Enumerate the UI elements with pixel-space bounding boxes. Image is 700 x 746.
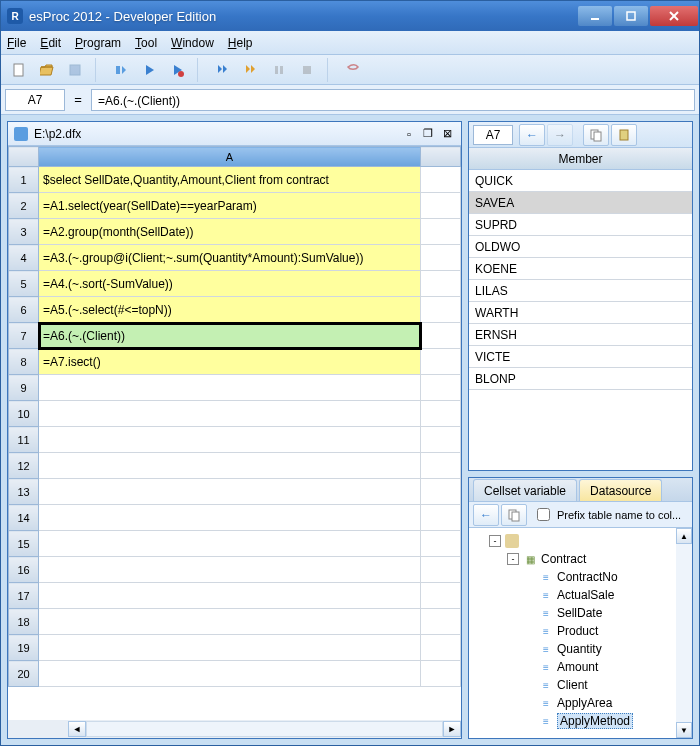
cell[interactable]	[39, 661, 421, 687]
open-button[interactable]	[35, 58, 59, 82]
close-button[interactable]	[650, 6, 698, 26]
cell[interactable]: =A6.(~.(Client))	[39, 323, 421, 349]
row-header[interactable]: 5	[9, 271, 39, 297]
scroll-left-button[interactable]: ◄	[68, 721, 86, 737]
doc-restore-icon[interactable]: ❐	[420, 127, 436, 141]
cell[interactable]: =A1.select(year(SellDate)==yearParam)	[39, 193, 421, 219]
stop-button[interactable]	[295, 58, 319, 82]
row-header[interactable]: 8	[9, 349, 39, 375]
cell[interactable]	[421, 401, 461, 427]
tree-node[interactable]: ≡ApplyMethod	[471, 712, 690, 730]
ds-copy-button[interactable]	[501, 504, 527, 526]
row-header[interactable]: 16	[9, 557, 39, 583]
row-header[interactable]: 10	[9, 401, 39, 427]
tree-node[interactable]: ≡Product	[471, 622, 690, 640]
cell[interactable]	[39, 635, 421, 661]
cell[interactable]	[421, 245, 461, 271]
row-header[interactable]: 7	[9, 323, 39, 349]
cell[interactable]	[39, 479, 421, 505]
tree-node[interactable]: ≡Client	[471, 676, 690, 694]
cell[interactable]	[421, 193, 461, 219]
cell[interactable]: =A5.(~.select(#<=topN))	[39, 297, 421, 323]
cell[interactable]	[421, 349, 461, 375]
cell[interactable]	[421, 219, 461, 245]
cell-reference-box[interactable]: A7	[5, 89, 65, 111]
cell[interactable]	[39, 609, 421, 635]
cell[interactable]	[39, 557, 421, 583]
step-into-button[interactable]	[239, 58, 263, 82]
cell[interactable]	[421, 453, 461, 479]
debug-button[interactable]	[165, 58, 189, 82]
tree-node[interactable]: ≡ApplyArea	[471, 694, 690, 712]
paste-button[interactable]	[611, 124, 637, 146]
member-list[interactable]: QUICKSAVEASUPRDOLDWOKOENELILASWARTHERNSH…	[469, 170, 692, 470]
column-header-A[interactable]: A	[39, 147, 421, 167]
cell[interactable]	[421, 661, 461, 687]
collapse-icon[interactable]: -	[489, 535, 501, 547]
prefix-checkbox[interactable]: Prefix table name to col...	[533, 505, 681, 524]
row-header[interactable]: 19	[9, 635, 39, 661]
cell[interactable]	[39, 427, 421, 453]
scroll-right-button[interactable]: ►	[443, 721, 461, 737]
member-row[interactable]: ERNSH	[469, 324, 692, 346]
menu-edit[interactable]: Edit	[40, 36, 61, 50]
cell[interactable]	[421, 583, 461, 609]
cell[interactable]	[421, 635, 461, 661]
row-header[interactable]: 13	[9, 479, 39, 505]
row-header[interactable]: 9	[9, 375, 39, 401]
breakpoint-button[interactable]	[341, 58, 365, 82]
collapse-icon[interactable]: -	[507, 553, 519, 565]
cell[interactable]	[421, 505, 461, 531]
member-row[interactable]: QUICK	[469, 170, 692, 192]
menu-file[interactable]: File	[7, 36, 26, 50]
row-header[interactable]: 2	[9, 193, 39, 219]
row-header[interactable]: 1	[9, 167, 39, 193]
cell[interactable]	[421, 297, 461, 323]
pause-button[interactable]	[267, 58, 291, 82]
member-row[interactable]: LILAS	[469, 280, 692, 302]
cell[interactable]	[39, 583, 421, 609]
horizontal-scrollbar[interactable]: ◄ ►	[8, 720, 461, 738]
tab-datasource[interactable]: Datasource	[579, 479, 662, 501]
tree-node[interactable]: ≡ContractNo	[471, 568, 690, 586]
cell[interactable]	[421, 167, 461, 193]
tree-node[interactable]: ≡SellDate	[471, 604, 690, 622]
cell[interactable]	[421, 271, 461, 297]
cell[interactable]	[39, 505, 421, 531]
exec-button[interactable]	[109, 58, 133, 82]
row-header[interactable]: 18	[9, 609, 39, 635]
row-header[interactable]: 6	[9, 297, 39, 323]
corner-cell[interactable]	[9, 147, 39, 167]
nav-forward-button[interactable]: →	[547, 124, 573, 146]
step-over-button[interactable]	[211, 58, 235, 82]
tree-node[interactable]: ≡Amount	[471, 658, 690, 676]
tree-scroll-down[interactable]: ▼	[676, 722, 692, 738]
cell[interactable]: $select SellDate,Quantity,Amount,Client …	[39, 167, 421, 193]
cell[interactable]	[421, 531, 461, 557]
tab-cellset-variable[interactable]: Cellset variable	[473, 479, 577, 501]
menu-help[interactable]: Help	[228, 36, 253, 50]
cell[interactable]	[421, 609, 461, 635]
menu-tool[interactable]: Tool	[135, 36, 157, 50]
member-row[interactable]: WARTH	[469, 302, 692, 324]
doc-close-icon[interactable]: ⊠	[439, 127, 455, 141]
menu-window[interactable]: Window	[171, 36, 214, 50]
cell[interactable]: =A2.group(month(SellDate))	[39, 219, 421, 245]
cell[interactable]: =A3.(~.group@i(Client;~.sum(Quantity*Amo…	[39, 245, 421, 271]
tree-node[interactable]: -▦Contract	[471, 550, 690, 568]
spreadsheet[interactable]: A 1$select SellDate,Quantity,Amount,Clie…	[8, 146, 461, 738]
row-header[interactable]: 15	[9, 531, 39, 557]
member-row[interactable]: BLONP	[469, 368, 692, 390]
member-row[interactable]: SAVEA	[469, 192, 692, 214]
cell[interactable]	[421, 427, 461, 453]
row-header[interactable]: 12	[9, 453, 39, 479]
row-header[interactable]: 3	[9, 219, 39, 245]
prefix-checkbox-input[interactable]	[537, 508, 550, 521]
cell[interactable]	[39, 531, 421, 557]
member-row[interactable]: OLDWO	[469, 236, 692, 258]
tree-node[interactable]: ≡ActualSale	[471, 586, 690, 604]
scroll-track[interactable]	[86, 721, 443, 737]
new-button[interactable]	[7, 58, 31, 82]
row-header[interactable]: 17	[9, 583, 39, 609]
row-header[interactable]: 14	[9, 505, 39, 531]
